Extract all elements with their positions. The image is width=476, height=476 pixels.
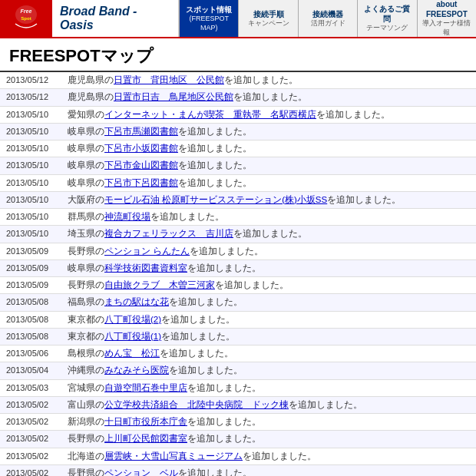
news-link[interactable]: 自遊空間石巻中里店 [104, 383, 187, 392]
news-pref: 東京都の [68, 332, 104, 341]
news-pref: 新潟県の [68, 417, 104, 426]
news-link[interactable]: ペンション ベル [104, 468, 178, 476]
news-link[interactable]: 科学技術図書資料室 [104, 263, 187, 273]
news-row: 2013/05/02長野県の上川町公民館図書室を追加しました。 [0, 431, 476, 448]
news-pref: 岐阜県の [68, 127, 104, 136]
news-link[interactable]: 神流町役場 [104, 212, 150, 221]
news-text: 東京都の八丁町役場(1)を追加しました。 [68, 330, 470, 343]
news-row: 2013/05/10埼玉県の複合カフェリラックス 吉川店を追加しました。 [0, 226, 476, 243]
news-date: 2013/05/10 [6, 210, 61, 223]
news-row: 2013/05/02新潟県の十日町市役所本庁舎を追加しました。 [0, 414, 476, 431]
news-text: 東京都の八丁町役場(2)を追加しました。 [68, 313, 470, 326]
news-text: 長野県の上川町公民館図書室を追加しました。 [68, 432, 470, 445]
news-pref: 島根県の [68, 349, 104, 358]
news-pref: 沖縄県の [68, 365, 104, 375]
news-date: 2013/05/10 [6, 159, 61, 172]
news-suffix: を追加しました。 [161, 315, 235, 324]
news-date: 2013/05/08 [6, 330, 61, 343]
news-link[interactable]: 八丁町役場(1) [104, 332, 161, 341]
news-date: 2013/05/02 [6, 398, 61, 412]
news-link[interactable]: みなみそら医院 [104, 365, 169, 375]
news-suffix: を追加しました。 [187, 263, 261, 273]
news-row: 2013/05/06島根県のめん宝 松江を追加しました。 [0, 345, 476, 362]
news-link[interactable]: 八丁町役場(2) [104, 315, 161, 324]
nav-faq-sub: テーマソング [366, 24, 408, 33]
news-pref: 大阪府の [68, 195, 104, 204]
news-link[interactable]: 上川町公民館図書室 [104, 434, 187, 443]
news-suffix: を追加しました。 [316, 110, 390, 119]
news-link[interactable]: ペンション らんたん [104, 246, 190, 256]
news-link[interactable]: まちの駅はな花 [104, 297, 169, 306]
nav-spot-info-sub: (FREESPOT MAP) [184, 15, 233, 32]
news-row: 2013/05/10岐阜県の下呂市小坂図書館を追加しました。 [0, 140, 476, 157]
news-link[interactable]: 下呂市小坂図書館 [104, 144, 178, 153]
page-title-area: FREESPOTマップ [0, 38, 476, 72]
news-suffix: を追加しました。 [178, 127, 252, 136]
svg-text:Free: Free [21, 8, 32, 14]
news-date: 2013/05/12 [6, 74, 61, 87]
news-pref: 岐阜県の [68, 263, 104, 273]
news-row: 2013/05/09岐阜県の科学技術図書資料室を追加しました。 [0, 260, 476, 277]
news-text: 埼玉県の複合カフェリラックス 吉川店を追加しました。 [68, 227, 470, 240]
news-link[interactable]: 公立学校共済組合 北陸中央病院 ドック棟 [104, 400, 289, 409]
news-link[interactable]: 層雲峡・大雪山写真ミュージアム [104, 451, 243, 461]
nav-spot-info[interactable]: スポット情報 (FREESPOT MAP) [179, 0, 238, 37]
news-text: 沖縄県のみなみそら医院を追加しました。 [68, 364, 470, 377]
news-text: 島根県のめん宝 松江を追加しました。 [68, 347, 470, 360]
nav-device[interactable]: 接続機器 活用ガイド [298, 0, 357, 37]
news-date: 2013/05/10 [6, 108, 61, 121]
news-suffix: を追加しました。 [169, 297, 243, 306]
news-link[interactable]: 下呂市馬瀬図書館 [104, 127, 178, 136]
news-pref: 岐阜県の [68, 178, 104, 187]
news-pref: 長野県の [68, 468, 104, 476]
news-link[interactable]: 日置市日吉 鳥尾地区公民館 [114, 92, 233, 101]
news-text: 愛知県のインターネット・まんが喫茶 重執帯 名駅西横店を追加しました。 [68, 108, 470, 121]
news-link[interactable]: 自由旅クラブ 木曽三河家 [104, 280, 215, 289]
nav-connection[interactable]: 接続手順 キャンペーン [238, 0, 297, 37]
news-row: 2013/05/04沖縄県のみなみそら医院を追加しました。 [0, 362, 476, 379]
news-link[interactable]: 下呂市下呂図書館 [104, 178, 178, 187]
news-row: 2013/05/02富山県の公立学校共済組合 北陸中央病院 ドック棟を追加しまし… [0, 397, 476, 414]
svg-text:Spot: Spot [21, 16, 31, 21]
news-date: 2013/05/10 [6, 125, 61, 138]
news-text: 長野県のペンション らんたんを追加しました。 [68, 245, 470, 258]
news-link[interactable]: めん宝 松江 [104, 349, 160, 358]
news-suffix: を追加しました。 [178, 178, 252, 187]
news-date: 2013/05/08 [6, 313, 61, 326]
nav-connection-top: 接続手順 [253, 9, 284, 19]
news-link[interactable]: 十日町市役所本庁舎 [104, 417, 187, 426]
news-date: 2013/05/09 [6, 262, 61, 275]
nav-about-sub: 導入オーナ様情報 [422, 19, 471, 37]
news-link[interactable]: 複合カフェリラックス 吉川店 [104, 229, 233, 238]
news-date: 2013/05/10 [6, 227, 61, 240]
news-row: 2013/05/03宮城県の自遊空間石巻中里店を追加しました。 [0, 380, 476, 397]
news-row: 2013/05/08東京都の八丁町役場(1)を追加しました。 [0, 329, 476, 345]
news-text: 富山県の公立学校共済組合 北陸中央病院 ドック棟を追加しました。 [68, 398, 470, 412]
news-list: 2013/05/12鹿児島県の日置市 背田地区 公民館を追加しました。2013/… [0, 72, 476, 476]
news-text: 長野県の自由旅クラブ 木曽三河家を追加しました。 [68, 279, 470, 292]
news-row: 2013/05/10岐阜県の下呂市金山図書館を追加しました。 [0, 157, 476, 174]
news-text: 岐阜県の下呂市小坂図書館を追加しました。 [68, 142, 470, 155]
news-link[interactable]: モービル石油 松原町サービスステーション(株)小坂SS [104, 195, 327, 204]
news-suffix: を追加しました。 [187, 434, 261, 443]
news-date: 2013/05/10 [6, 142, 61, 155]
news-link[interactable]: インターネット・まんが喫茶 重執帯 名駅西横店 [104, 110, 316, 119]
news-date: 2013/05/02 [6, 432, 61, 445]
news-pref: 愛知県の [68, 110, 104, 119]
news-link[interactable]: 下呂市金山図書館 [104, 160, 178, 170]
news-text: 鹿児島県の日置市日吉 鳥尾地区公民館を追加しました。 [68, 91, 470, 104]
news-link[interactable]: 日置市 背田地区 公民館 [114, 75, 224, 84]
news-text: 岐阜県の下呂市下呂図書館を追加しました。 [68, 177, 470, 190]
news-row: 2013/05/02長野県のペンション ベルを追加しました。 [0, 465, 476, 476]
news-text: 群馬県の神流町役場を追加しました。 [68, 210, 470, 223]
news-suffix: を追加しました。 [224, 75, 298, 84]
nav-device-top: 接続機器 [312, 9, 343, 19]
nav-faq[interactable]: よくあるご質問 テーマソング [357, 0, 416, 37]
news-row: 2013/05/02北海道の層雲峡・大雪山写真ミュージアムを追加しました。 [0, 448, 476, 465]
header: Free Spot Broad Band - Oasis スポット情報 (FRE… [0, 0, 476, 38]
news-pref: 鹿児島県の [68, 92, 114, 101]
news-suffix: を追加しました。 [161, 332, 235, 341]
nav-connection-sub: キャンペーン [248, 19, 289, 28]
nav-about[interactable]: about FREESPOT 導入オーナ様情報 [417, 0, 476, 37]
news-date: 2013/05/12 [6, 91, 61, 104]
